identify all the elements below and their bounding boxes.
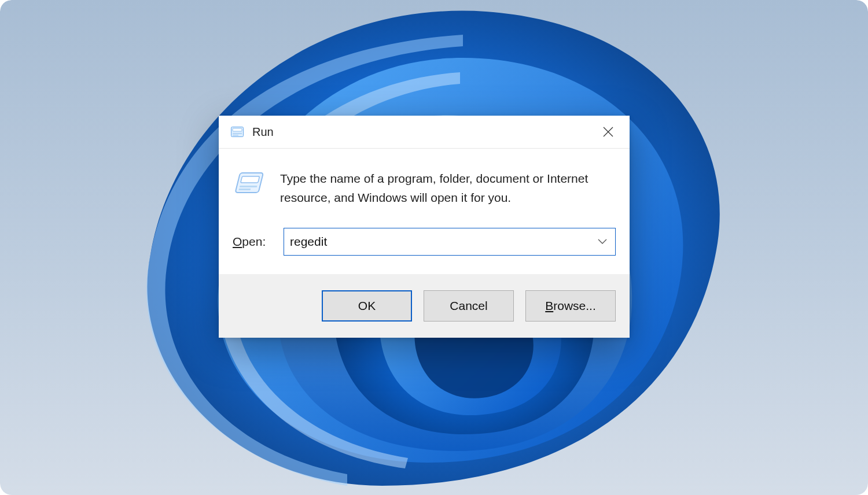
svg-rect-8 (240, 186, 258, 187)
open-label: Open: (233, 235, 267, 249)
dialog-footer: OK Cancel Browse... (219, 274, 630, 338)
svg-rect-3 (233, 135, 238, 136)
run-program-icon (233, 171, 264, 202)
desktop-background: Run (0, 0, 868, 495)
chevron-down-icon[interactable] (598, 237, 607, 247)
cancel-button[interactable]: Cancel (424, 290, 514, 322)
svg-rect-2 (233, 133, 242, 134)
close-icon (603, 127, 613, 137)
open-combobox[interactable] (284, 228, 616, 256)
run-dialog-icon (230, 125, 244, 139)
dialog-description: Type the name of a program, folder, docu… (280, 169, 616, 207)
close-button[interactable] (594, 116, 623, 148)
svg-rect-1 (233, 128, 242, 131)
run-dialog: Run (219, 116, 630, 338)
open-input[interactable] (290, 235, 609, 249)
browse-button[interactable]: Browse... (525, 290, 616, 322)
dialog-body: Type the name of a program, folder, docu… (219, 149, 630, 274)
svg-rect-7 (241, 176, 260, 183)
ok-button[interactable]: OK (322, 290, 412, 322)
titlebar[interactable]: Run (219, 116, 630, 149)
dialog-title: Run (252, 125, 594, 139)
